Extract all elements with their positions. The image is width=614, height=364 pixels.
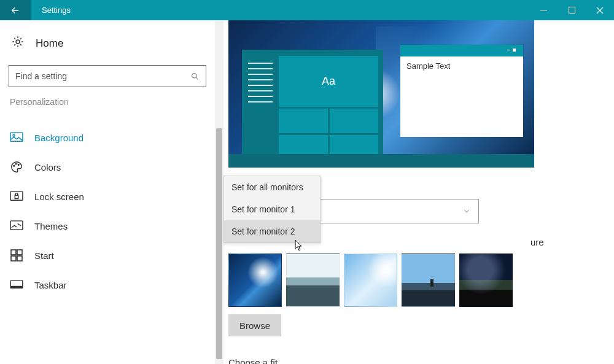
sidebar: Home Find a setting Personalization Back…	[0, 20, 215, 364]
chevron-down-icon	[462, 207, 471, 215]
search-input[interactable]: Find a setting	[9, 65, 206, 87]
choose-picture-partial: ure	[530, 237, 544, 247]
context-item-monitor-2[interactable]: Set for monitor 2	[224, 220, 320, 242]
scrollbar-thumb[interactable]	[216, 128, 222, 359]
svg-rect-17	[10, 286, 23, 288]
start-icon	[10, 249, 23, 262]
preview-window-text: Sample Text	[400, 56, 523, 76]
home-label: Home	[36, 37, 63, 50]
svg-point-5	[13, 134, 15, 136]
window-title: Settings	[31, 0, 82, 20]
svg-rect-1	[569, 7, 575, 14]
scrollbar[interactable]	[215, 20, 223, 364]
palette-icon	[10, 160, 23, 174]
back-button[interactable]	[0, 0, 31, 20]
titlebar: Settings	[0, 0, 614, 20]
sidebar-item-start[interactable]: Start	[9, 241, 206, 270]
svg-point-2	[16, 40, 20, 44]
sidebar-item-background[interactable]: Background	[9, 123, 206, 152]
sidebar-item-label: Background	[34, 133, 84, 143]
taskbar-icon	[10, 278, 23, 292]
thumbnail-3[interactable]	[344, 254, 397, 307]
svg-rect-14	[11, 256, 16, 261]
close-icon	[596, 7, 604, 14]
sidebar-item-lockscreen[interactable]: Lock screen	[9, 182, 206, 211]
preview-tile-aa: Aa	[279, 56, 378, 107]
search-placeholder: Find a setting	[15, 71, 67, 81]
svg-rect-15	[17, 256, 22, 261]
thumbnail-1[interactable]	[228, 254, 282, 307]
svg-rect-10	[15, 195, 18, 198]
sidebar-item-label: Colors	[34, 162, 61, 172]
sidebar-item-label: Start	[34, 250, 54, 261]
cursor-icon	[295, 239, 303, 252]
picture-icon	[10, 131, 23, 144]
sidebar-item-label: Lock screen	[34, 192, 84, 202]
svg-rect-12	[11, 250, 16, 255]
gear-icon	[11, 35, 25, 52]
browse-button[interactable]: Browse	[228, 314, 281, 336]
thumbnail-2[interactable]	[286, 254, 340, 307]
themes-icon	[10, 219, 23, 233]
svg-rect-4	[10, 133, 23, 141]
context-item-monitor-1[interactable]: Set for monitor 1	[224, 198, 320, 220]
preview-window: Sample Text	[400, 45, 523, 137]
context-item-all-monitors[interactable]: Set for all monitors	[224, 176, 320, 198]
minimize-button[interactable]	[529, 0, 558, 20]
desktop-preview: Aa Sample Text	[228, 20, 534, 168]
lockscreen-icon	[10, 190, 23, 203]
picture-thumbnails	[228, 254, 513, 307]
thumbnail-4[interactable]	[402, 254, 455, 307]
sidebar-item-colors[interactable]: Colors	[9, 152, 206, 182]
sidebar-item-taskbar[interactable]: Taskbar	[9, 270, 206, 300]
sidebar-item-label: Taskbar	[34, 280, 67, 290]
minimize-icon	[540, 7, 547, 14]
choose-fit-label: Choose a fit	[228, 357, 278, 364]
arrow-left-icon	[10, 5, 21, 16]
svg-point-8	[18, 164, 19, 165]
svg-rect-0	[540, 10, 547, 10]
maximize-icon	[569, 7, 575, 14]
svg-point-7	[15, 163, 17, 165]
maximize-button[interactable]	[558, 0, 586, 20]
svg-rect-13	[17, 250, 22, 255]
category-label: Personalization	[10, 97, 206, 107]
sidebar-item-label: Themes	[34, 221, 68, 231]
nav-list: Background Colors Lock screen Themes	[9, 123, 206, 300]
svg-point-3	[192, 73, 197, 78]
search-icon	[190, 72, 200, 81]
thumbnail-5[interactable]	[459, 254, 513, 307]
sidebar-item-themes[interactable]: Themes	[9, 211, 206, 241]
svg-point-6	[14, 165, 15, 166]
home-link[interactable]: Home	[9, 31, 206, 55]
context-menu: Set for all monitors Set for monitor 1 S…	[223, 176, 321, 243]
close-button[interactable]	[586, 0, 614, 20]
